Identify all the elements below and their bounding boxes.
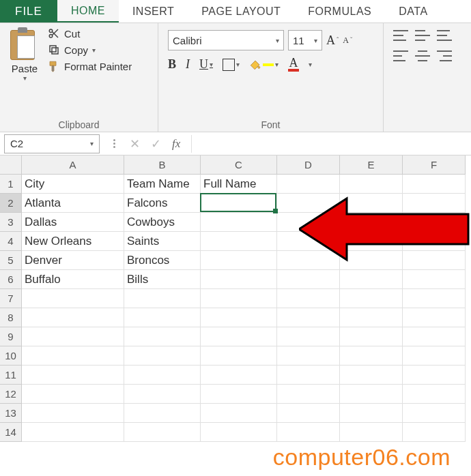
paste-button[interactable]: Paste ▾	[5, 27, 44, 82]
cell-E13[interactable]	[340, 404, 403, 423]
align-left-button[interactable]	[393, 50, 408, 61]
cell-B2[interactable]: Falcons	[124, 194, 201, 213]
cell-F1[interactable]	[403, 175, 466, 194]
cell-B3[interactable]: Cowboys	[124, 213, 201, 232]
underline-button[interactable]: U▾	[199, 57, 213, 72]
format-painter-button[interactable]: Format Painter	[48, 60, 132, 72]
row-header-6[interactable]: 6	[0, 270, 22, 289]
column-header-B[interactable]: B	[124, 155, 201, 175]
cell-A12[interactable]	[22, 385, 124, 404]
row-header-13[interactable]: 13	[0, 404, 22, 423]
cell-D6[interactable]	[277, 270, 340, 289]
cell-E10[interactable]	[340, 346, 403, 366]
cell-E7[interactable]	[340, 289, 403, 308]
cell-C9[interactable]	[201, 327, 277, 346]
align-right-button[interactable]	[437, 50, 452, 61]
row-header-9[interactable]: 9	[0, 327, 22, 346]
cell-F8[interactable]	[403, 308, 466, 327]
tab-formulas[interactable]: FORMULAS	[294, 0, 385, 23]
cell-F13[interactable]	[403, 404, 466, 423]
cell-C8[interactable]	[201, 308, 277, 327]
tab-home[interactable]: HOME	[57, 0, 119, 23]
cell-F11[interactable]	[403, 366, 466, 385]
align-top-button[interactable]	[393, 30, 408, 41]
column-header-E[interactable]: E	[340, 155, 403, 175]
cell-C7[interactable]	[201, 289, 277, 308]
column-header-D[interactable]: D	[277, 155, 340, 175]
cell-B7[interactable]	[124, 289, 201, 308]
cell-A4[interactable]: New Orleans	[22, 232, 124, 251]
name-box[interactable]: C2 ▾	[4, 134, 100, 153]
tab-page-layout[interactable]: PAGE LAYOUT	[188, 0, 294, 23]
align-bottom-button[interactable]	[437, 30, 452, 41]
cell-D13[interactable]	[277, 404, 340, 423]
cell-A10[interactable]	[22, 346, 124, 366]
cell-A8[interactable]	[22, 308, 124, 327]
cell-E14[interactable]	[340, 423, 403, 442]
copy-button[interactable]: Copy ▾	[48, 44, 132, 56]
cell-B12[interactable]	[124, 385, 201, 404]
cell-B1[interactable]: Team Name	[124, 175, 201, 194]
row-header-5[interactable]: 5	[0, 251, 22, 270]
row-header-4[interactable]: 4	[0, 232, 22, 251]
cell-D1[interactable]	[277, 175, 340, 194]
cell-C11[interactable]	[201, 366, 277, 385]
cell-E11[interactable]	[340, 366, 403, 385]
cell-F9[interactable]	[403, 327, 466, 346]
cell-A1[interactable]: City	[22, 175, 124, 194]
cell-B14[interactable]	[124, 423, 201, 442]
cell-D8[interactable]	[277, 308, 340, 327]
cell-F10[interactable]	[403, 346, 466, 366]
cell-A13[interactable]	[22, 404, 124, 423]
cell-C13[interactable]	[201, 404, 277, 423]
cell-A6[interactable]: Buffalo	[22, 270, 124, 289]
cell-F7[interactable]	[403, 289, 466, 308]
font-name-select[interactable]: Calibri ▾	[168, 30, 284, 50]
cell-E8[interactable]	[340, 308, 403, 327]
font-size-select[interactable]: 11 ▾	[288, 30, 322, 50]
shrink-font-button[interactable]: Aˇ	[343, 35, 352, 46]
cell-C10[interactable]	[201, 346, 277, 366]
cell-C1[interactable]: Full Name	[201, 175, 277, 194]
align-middle-button[interactable]	[415, 30, 430, 41]
cell-A5[interactable]: Denver	[22, 251, 124, 270]
row-header-8[interactable]: 8	[0, 308, 22, 327]
cell-B11[interactable]	[124, 366, 201, 385]
cell-B4[interactable]: Saints	[124, 232, 201, 251]
row-header-1[interactable]: 1	[0, 175, 22, 194]
cell-B9[interactable]	[124, 327, 201, 346]
italic-button[interactable]: I	[186, 57, 190, 72]
cell-E9[interactable]	[340, 327, 403, 346]
tab-insert[interactable]: INSERT	[119, 0, 188, 23]
row-header-10[interactable]: 10	[0, 346, 22, 366]
cell-C2[interactable]	[201, 194, 277, 213]
column-header-A[interactable]: A	[22, 155, 124, 175]
cell-B10[interactable]	[124, 346, 201, 366]
cell-C6[interactable]	[201, 270, 277, 289]
cell-A9[interactable]	[22, 327, 124, 346]
cell-D11[interactable]	[277, 366, 340, 385]
formula-input[interactable]	[191, 135, 471, 153]
tab-data[interactable]: DATA	[385, 0, 441, 23]
cell-A14[interactable]	[22, 423, 124, 442]
font-color-button[interactable]: A	[288, 58, 299, 72]
enter-formula-button[interactable]: ✓	[151, 136, 161, 151]
cell-A11[interactable]	[22, 366, 124, 385]
fill-color-button[interactable]: ▾	[249, 59, 279, 71]
cell-A2[interactable]: Atlanta	[22, 194, 124, 213]
column-header-C[interactable]: C	[201, 155, 277, 175]
cell-F6[interactable]	[403, 270, 466, 289]
cut-button[interactable]: Cut	[48, 27, 132, 40]
cell-D14[interactable]	[277, 423, 340, 442]
cell-E6[interactable]	[340, 270, 403, 289]
row-header-3[interactable]: 3	[0, 213, 22, 232]
cell-D10[interactable]	[277, 346, 340, 366]
row-header-11[interactable]: 11	[0, 366, 22, 385]
border-button[interactable]: ▾	[223, 59, 240, 71]
row-header-12[interactable]: 12	[0, 385, 22, 404]
cell-B8[interactable]	[124, 308, 201, 327]
cell-E1[interactable]	[340, 175, 403, 194]
cell-D7[interactable]	[277, 289, 340, 308]
cell-E12[interactable]	[340, 385, 403, 404]
fx-button[interactable]: fx	[172, 137, 180, 151]
